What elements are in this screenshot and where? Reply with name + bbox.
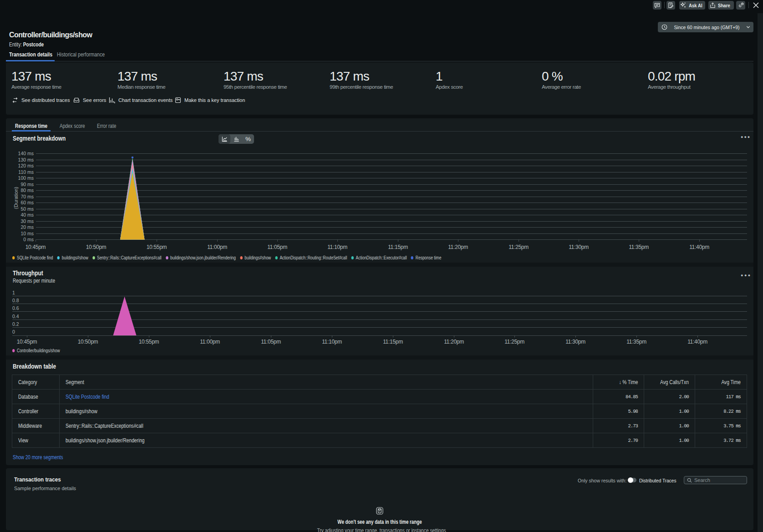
- svg-text:70 ms: 70 ms: [20, 194, 34, 199]
- svg-text:11:25pm: 11:25pm: [504, 339, 524, 345]
- svg-text:11:10pm: 11:10pm: [322, 339, 342, 345]
- svg-text:11:30pm: 11:30pm: [565, 339, 585, 345]
- svg-text:10:45pm: 10:45pm: [17, 339, 37, 345]
- svg-text:1: 1: [12, 290, 15, 295]
- svg-text:0.2: 0.2: [12, 321, 19, 327]
- svg-text:11:00pm: 11:00pm: [200, 339, 220, 345]
- svg-text:90 ms: 90 ms: [20, 182, 34, 187]
- svg-text:100 ms: 100 ms: [18, 175, 34, 181]
- svg-text:130 ms: 130 ms: [18, 157, 34, 162]
- svg-text:10:55pm: 10:55pm: [139, 339, 159, 345]
- svg-text:11:05pm: 11:05pm: [267, 244, 287, 250]
- svg-text:11:15pm: 11:15pm: [383, 339, 403, 345]
- svg-text:11:35pm: 11:35pm: [626, 339, 646, 345]
- svg-text:11:25pm: 11:25pm: [509, 244, 529, 250]
- svg-text:10:45pm: 10:45pm: [25, 244, 46, 250]
- svg-text:11:15pm: 11:15pm: [388, 244, 408, 250]
- svg-text:(Duration): (Duration): [13, 187, 19, 209]
- svg-text:110 ms: 110 ms: [18, 169, 34, 175]
- svg-text:0.8: 0.8: [12, 298, 19, 303]
- svg-text:11:35pm: 11:35pm: [629, 244, 649, 250]
- svg-text:30 ms: 30 ms: [20, 218, 34, 224]
- svg-text:0.6: 0.6: [12, 305, 19, 311]
- svg-text:10 ms: 10 ms: [20, 231, 34, 236]
- svg-text:11:30pm: 11:30pm: [569, 244, 589, 250]
- svg-text:11:05pm: 11:05pm: [261, 339, 281, 345]
- svg-text:11:20pm: 11:20pm: [448, 244, 468, 250]
- svg-text:0: 0: [12, 329, 15, 334]
- svg-text:10:55pm: 10:55pm: [147, 244, 167, 250]
- svg-text:20 ms: 20 ms: [20, 224, 34, 230]
- svg-text:11:20pm: 11:20pm: [444, 339, 464, 345]
- svg-text:120 ms: 120 ms: [18, 163, 34, 168]
- svg-text:50 ms: 50 ms: [20, 206, 34, 212]
- svg-text:0 ms: 0 ms: [23, 237, 34, 242]
- svg-text:60 ms: 60 ms: [20, 200, 34, 205]
- svg-text:140 ms: 140 ms: [18, 151, 34, 156]
- svg-text:11:00pm: 11:00pm: [207, 244, 227, 250]
- svg-text:10:50pm: 10:50pm: [78, 339, 98, 345]
- svg-text:80 ms: 80 ms: [20, 187, 34, 193]
- svg-text:10:50pm: 10:50pm: [86, 244, 107, 250]
- svg-text:11:10pm: 11:10pm: [327, 244, 347, 250]
- svg-text:11:40pm: 11:40pm: [687, 339, 707, 345]
- svg-text:0.4: 0.4: [12, 314, 19, 319]
- svg-text:40 ms: 40 ms: [20, 212, 34, 218]
- svg-text:11:40pm: 11:40pm: [689, 244, 709, 250]
